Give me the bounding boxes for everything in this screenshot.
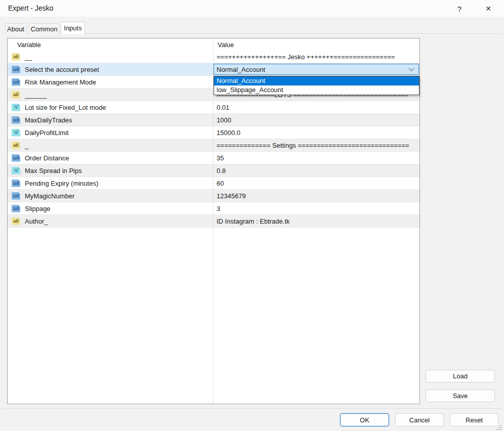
table-row[interactable]: ½ DailyProfitLimit 15000.0 (8, 126, 419, 139)
variable-name: Lot size for Fixed_Lot mode (25, 104, 106, 111)
variable-name: MyMagicNumber (25, 192, 74, 200)
window-title: Expert - Jesko (8, 4, 53, 12)
variable-name: Select the account preset (25, 66, 99, 73)
dropdown-option-low-slippage-account[interactable]: low_Slippage_Account (214, 85, 419, 95)
close-icon[interactable]: ✕ (482, 2, 495, 15)
tab-common[interactable]: Common (29, 23, 59, 34)
table-row[interactable]: 123 Order Distance 35 (8, 152, 419, 164)
double-param-icon: ½ (12, 104, 20, 111)
table-row[interactable]: ab __ ===+++++++++++++== Jesko +++++++==… (8, 51, 419, 63)
table-row[interactable]: ab _ ============== Settings ===========… (8, 139, 419, 152)
variable-value[interactable]: 15000.0 (213, 126, 419, 139)
table-header: Variable Value (8, 38, 419, 51)
table-row[interactable]: ½ Lot size for Fixed_Lot mode 0.01 (8, 101, 419, 114)
variable-value[interactable]: 0.01 (213, 101, 419, 113)
table-row[interactable]: ab Author_ ID Instagram : Ebtrade.tk (8, 215, 419, 228)
dropdown-option-normal-account[interactable]: Normal_Account (214, 76, 419, 85)
variable-value[interactable]: 35 (213, 152, 419, 164)
table-row-selected[interactable]: 123 Select the account preset Normal_Acc… (8, 63, 419, 76)
variable-value[interactable]: 0.8 (213, 164, 419, 177)
save-button[interactable]: Save (426, 390, 495, 402)
variable-name: ______ (25, 91, 47, 99)
variable-value: Normal_Account (213, 63, 419, 75)
ok-button[interactable]: OK (340, 413, 389, 426)
variable-value[interactable]: 60 (213, 177, 419, 189)
cancel-button[interactable]: Cancel (395, 413, 444, 426)
string-param-icon: ab (12, 218, 20, 225)
column-header-variable: Variable (8, 41, 213, 49)
expert-properties-dialog: Expert - Jesko ? ✕ About Common Inputs V… (0, 0, 504, 431)
double-param-icon: ½ (12, 167, 20, 175)
variable-name: Max Spread in Pips (25, 167, 82, 175)
variable-value[interactable]: ===+++++++++++++== Jesko +++++++========… (213, 51, 419, 63)
integer-param-icon: 123 (12, 78, 20, 86)
variable-name: _ (25, 142, 28, 149)
variable-value[interactable]: 3 (213, 202, 419, 214)
string-param-icon: ab (12, 53, 20, 61)
variable-value[interactable]: ============== Settings ================… (213, 139, 419, 151)
string-param-icon: ab (12, 142, 20, 149)
table-row[interactable]: 123 MaxDailyTrades 1000 (8, 114, 419, 126)
tab-inputs[interactable]: Inputs (61, 22, 85, 34)
table-row[interactable]: 123 Pending Expiry (minutes) 60 (8, 177, 419, 190)
integer-param-icon: 123 (12, 154, 20, 162)
variable-value[interactable]: 12345679 (213, 190, 419, 202)
integer-param-icon: 123 (12, 116, 20, 124)
title-bar: Expert - Jesko ? ✕ (0, 0, 504, 17)
column-header-value: Value (213, 41, 419, 49)
variable-name: __ (25, 53, 32, 61)
reset-button[interactable]: Reset (450, 413, 498, 426)
variable-name: DailyProfitLimit (25, 129, 69, 137)
tab-about[interactable]: About (5, 23, 26, 34)
variable-value[interactable]: 1000 (213, 114, 419, 126)
account-preset-dropdown-list: Normal_Account low_Slippage_Account (214, 76, 419, 95)
chevron-down-icon (408, 65, 414, 71)
resize-grip[interactable] (496, 425, 502, 430)
double-param-icon: ½ (12, 129, 20, 137)
variable-name: Risk Management Mode (25, 78, 96, 86)
load-button[interactable]: Load (426, 370, 495, 382)
integer-param-icon: 123 (12, 205, 20, 212)
variable-value[interactable]: ID Instagram : Ebtrade.tk (213, 215, 419, 227)
variable-name: Author_ (25, 218, 48, 225)
table-row[interactable]: ½ Max Spread in Pips 0.8 (8, 164, 419, 177)
string-param-icon: ab (12, 91, 20, 99)
variable-name: MaxDailyTrades (25, 116, 72, 124)
integer-param-icon: 123 (12, 66, 20, 73)
inputs-table: Variable Value ab __ ===+++++++++++++== … (7, 38, 420, 404)
account-preset-combobox[interactable]: Normal_Account (214, 64, 419, 75)
table-row[interactable]: 123 Slippage 3 (8, 202, 419, 215)
footer-divider (3, 408, 501, 409)
table-row[interactable]: 123 MyMagicNumber 12345679 (8, 190, 419, 202)
variable-name: Slippage (25, 205, 51, 212)
integer-param-icon: 123 (12, 192, 20, 200)
variable-name: Pending Expiry (minutes) (25, 180, 98, 187)
combobox-value: Normal_Account (217, 66, 265, 73)
help-icon[interactable]: ? (453, 2, 466, 15)
integer-param-icon: 123 (12, 180, 20, 187)
variable-name: Order Distance (25, 154, 69, 162)
